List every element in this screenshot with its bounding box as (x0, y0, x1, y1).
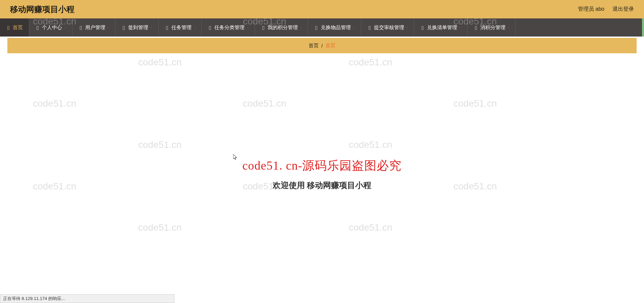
browser-status-bar: 正在等待 8.129.11.174 的响应... (0, 294, 174, 303)
nav-icon: ▯ (208, 25, 212, 30)
breadcrumb-separator: / (321, 43, 323, 49)
nav-icon: ▯ (474, 25, 478, 30)
nav-bar: ▯首页▯个人中心▫▯用户管理▫▯签到管理▫▯任务管理▫▯任务分类管理▫▯我的积分… (0, 18, 644, 37)
nav-indicator-icon: ▫ (108, 26, 109, 29)
header-right-group: 管理员 abo 退出登录 (578, 6, 634, 13)
nav-label: 提交审核管理 (374, 24, 404, 31)
nav-icon: ▯ (121, 25, 126, 30)
nav-indicator-icon: ▫ (460, 26, 461, 29)
nav-icon: ▯ (165, 25, 169, 30)
nav-item-8[interactable]: ▯提交审核管理▫ (361, 18, 415, 37)
nav-indicator-icon: ▫ (247, 26, 249, 29)
nav-icon: ▯ (420, 25, 425, 30)
nav-item-10[interactable]: ▯消积分管理▫ (468, 18, 516, 37)
nav-label: 任务管理 (171, 24, 192, 31)
nav-icon: ▯ (314, 25, 319, 30)
nav-indicator-icon: ▫ (354, 26, 355, 29)
nav-item-9[interactable]: ▯兑换清单管理▫ (414, 18, 468, 37)
nav-item-2[interactable]: ▯用户管理▫ (72, 18, 116, 37)
nav-indicator-icon: ▫ (151, 26, 152, 29)
nav-label: 消积分管理 (480, 24, 505, 31)
watermark-notice: code51. cn-源码乐园盗图必究 (243, 158, 402, 174)
nav-item-7[interactable]: ▯兑换物品管理▫ (308, 18, 361, 37)
welcome-message: 欢迎使用 移动网赚项目小程 (273, 180, 372, 191)
nav-indicator-icon: ▫ (407, 26, 408, 29)
header-bar: 移动网赚项目小程 管理员 abo 退出登录 (0, 0, 644, 18)
nav-icon: ▯ (367, 25, 372, 30)
nav-icon: ▯ (78, 25, 83, 30)
nav-label: 兑换物品管理 (321, 24, 351, 31)
nav-indicator-icon: ▫ (65, 26, 66, 29)
nav-icon: ▯ (6, 25, 11, 30)
nav-indicator-icon: ▫ (194, 26, 196, 29)
breadcrumb: 首页 / 首页 (7, 38, 637, 53)
main-content: code51. cn-源码乐园盗图必究 欢迎使用 移动网赚项目小程 (7, 53, 637, 254)
admin-label[interactable]: 管理员 abo (578, 6, 604, 13)
logout-link[interactable]: 退出登录 (612, 6, 634, 13)
nav-indicator-icon: ▫ (301, 26, 302, 29)
nav-item-4[interactable]: ▯任务管理▫ (159, 18, 202, 37)
nav-item-5[interactable]: ▯任务分类管理▫ (202, 18, 255, 37)
nav-item-3[interactable]: ▯签到管理▫ (115, 18, 159, 37)
nav-icon: ▯ (261, 25, 266, 30)
breadcrumb-base[interactable]: 首页 (309, 43, 319, 49)
nav-label: 任务分类管理 (214, 24, 245, 31)
nav-item-6[interactable]: ▯我的积分管理▫ (255, 18, 308, 37)
app-title: 移动网赚项目小程 (10, 4, 74, 15)
breadcrumb-current: 首页 (325, 43, 335, 49)
nav-item-1[interactable]: ▯个人中心▫ (29, 18, 72, 37)
nav-label: 用户管理 (85, 24, 105, 31)
nav-indicator-icon: ▫ (508, 26, 509, 29)
nav-item-0[interactable]: ▯首页 (0, 18, 29, 37)
nav-label: 签到管理 (128, 24, 148, 31)
nav-label: 我的积分管理 (268, 24, 298, 31)
nav-label: 个人中心 (42, 24, 62, 31)
status-text: 正在等待 8.129.11.174 的响应... (3, 296, 65, 301)
nav-label: 首页 (13, 24, 23, 31)
nav-label: 兑换清单管理 (427, 24, 457, 31)
nav-icon: ▯ (35, 25, 40, 30)
nav-scroll-indicator[interactable] (642, 18, 644, 37)
content-wrapper: 首页 / 首页 code51. cn-源码乐园盗图必究 欢迎使用 移动网赚项目小… (0, 38, 644, 254)
